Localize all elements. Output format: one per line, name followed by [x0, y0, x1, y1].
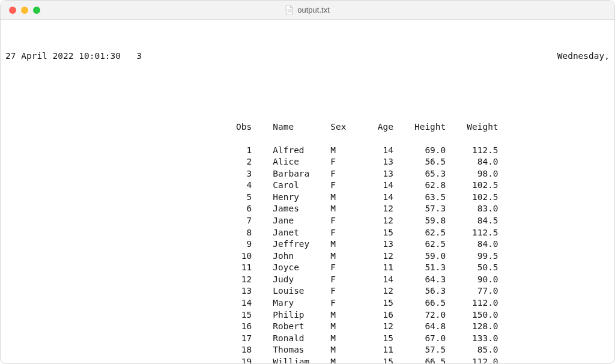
blank-line — [5, 86, 610, 98]
text-content[interactable]: 27 April 2022 10:01:30 3 Wednesday, Obs … — [1, 20, 614, 363]
document-icon — [285, 5, 294, 15]
weekday: Wednesday, — [557, 50, 610, 62]
window-title: output.txt — [285, 5, 329, 15]
close-icon[interactable] — [9, 7, 16, 14]
minimize-icon[interactable] — [21, 7, 28, 14]
data-table: Obs Name Sex Age Height Weight 1 Alfred … — [5, 121, 610, 364]
page-number: 3 — [136, 51, 142, 61]
window-controls — [1, 7, 40, 14]
zoom-icon[interactable] — [33, 7, 40, 14]
timestamp: 27 April 2022 10:01:30 — [5, 51, 121, 61]
window-titlebar: output.txt — [1, 1, 614, 20]
window-title-text: output.txt — [297, 5, 329, 14]
